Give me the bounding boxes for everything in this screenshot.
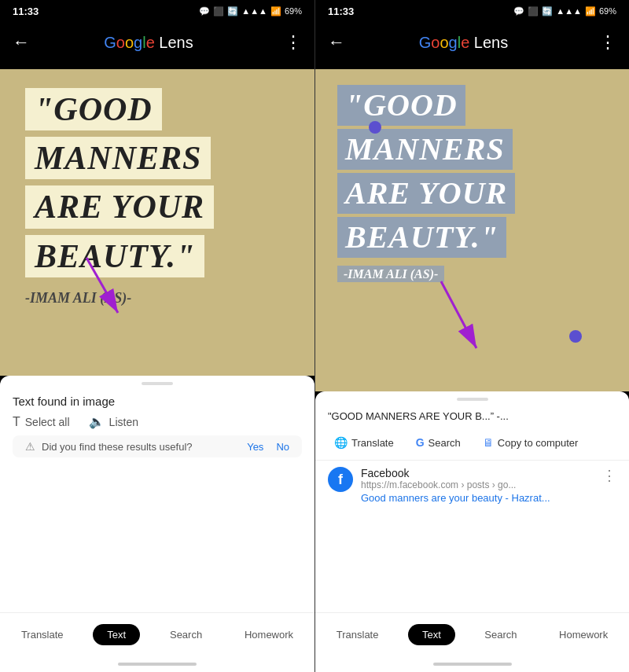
right-selected-line-2: MANNERS	[337, 129, 513, 170]
facebook-result: f Facebook https://m.facebook.com › post…	[315, 461, 629, 510]
left-home-bar	[0, 656, 314, 672]
left-status-time: 11:33	[13, 6, 39, 17]
r-battery-icon: 69%	[599, 6, 616, 16]
left-quote-line-4: BEAUTY."	[25, 235, 204, 277]
right-author-selected: -IMAM ALI (AS)-	[337, 267, 444, 281]
right-image-area: "GOOD MANNERS ARE YOUR BEAUTY." -IMAM AL…	[315, 69, 629, 391]
left-results-header: Text found in image	[0, 390, 314, 411]
left-quote-line-1: "GOOD	[25, 88, 162, 130]
left-more-button[interactable]: ⋮	[285, 32, 302, 53]
screenshot-icon: ⬛	[213, 6, 224, 17]
right-more-button[interactable]: ⋮	[599, 32, 616, 53]
left-drag-handle[interactable]	[142, 382, 173, 385]
left-quote-line-3: ARE YOUR	[25, 185, 214, 228]
facebook-snippet[interactable]: Good manners are your beauty - Hazrat...	[361, 492, 594, 504]
facebook-name: Facebook	[361, 467, 594, 479]
right-bottom-nav: Translate Text Search Homework	[315, 612, 629, 656]
left-quote-container: "GOOD MANNERS ARE YOUR BEAUTY." -IMAM AL…	[0, 69, 314, 325]
right-back-button[interactable]: ←	[328, 32, 345, 53]
search-label: Search	[429, 437, 461, 449]
facebook-more-button[interactable]: ⋮	[602, 467, 616, 484]
right-search-actions-row: 🌐 Translate G Search 🖥 Copy to computer	[315, 428, 629, 461]
right-extracted-text: "GOOD MANNERS ARE YOUR B...” -...	[315, 406, 629, 428]
translate-label: Translate	[351, 437, 394, 449]
left-nav-homework[interactable]: Homework	[232, 626, 306, 644]
right-status-bar: 11:33 💬 ⬛ 🔄 ▲▲▲ 📶 69%	[315, 0, 629, 22]
select-all-button[interactable]: T Select all	[13, 415, 70, 429]
feedback-icon: ⚠	[25, 440, 35, 453]
google-search-icon: G	[416, 436, 425, 449]
r-message-icon: 💬	[513, 6, 524, 17]
right-results-area: "GOOD MANNERS ARE YOUR B...” -... 🌐 Tran…	[315, 391, 629, 612]
wifi-icon: 📶	[270, 6, 281, 17]
left-nav-translate[interactable]: Translate	[9, 626, 76, 644]
right-quote-container: "GOOD MANNERS ARE YOUR BEAUTY." -IMAM AL…	[315, 69, 629, 297]
left-status-bar: 11:33 💬 ⬛ 🔄 ▲▲▲ 📶 69%	[0, 0, 314, 22]
select-all-label: Select all	[25, 416, 70, 428]
right-nav-homework[interactable]: Homework	[546, 626, 620, 644]
facebook-info: Facebook https://m.facebook.com › posts …	[361, 467, 594, 504]
copy-icon: 🖥	[483, 436, 494, 449]
left-status-icons: 💬 ⬛ 🔄 ▲▲▲ 📶 69%	[199, 6, 302, 17]
copy-label: Copy to computer	[498, 437, 579, 449]
r-vpn-icon: 🔄	[542, 6, 553, 17]
top-selection-handle	[369, 121, 381, 134]
translate-button[interactable]: 🌐 Translate	[325, 431, 403, 454]
right-home-bar	[315, 656, 629, 672]
left-app-bar: ← Google Lens ⋮	[0, 22, 314, 63]
facebook-url: https://m.facebook.com › posts › go...	[361, 479, 594, 490]
facebook-icon: f	[328, 467, 353, 492]
left-nav-search[interactable]: Search	[157, 626, 215, 644]
left-phone-panel: 11:33 💬 ⬛ 🔄 ▲▲▲ 📶 69% ← Google Lens ⋮ "G…	[0, 0, 314, 672]
left-feedback-row: ⚠ Did you find these results useful? Yes…	[13, 435, 302, 457]
r-signal-icon: ▲▲▲	[556, 6, 582, 16]
feedback-yes-button[interactable]: Yes	[247, 441, 263, 453]
left-bottom-nav: Translate Text Search Homework	[0, 612, 314, 656]
feedback-no-button[interactable]: No	[276, 441, 289, 453]
left-home-indicator	[118, 663, 197, 666]
battery-icon: 69%	[285, 6, 302, 16]
right-phone-panel: 11:33 💬 ⬛ 🔄 ▲▲▲ 📶 69% ← Google Lens ⋮ "G…	[314, 0, 629, 672]
signal-icon: ▲▲▲	[241, 6, 267, 16]
right-nav-translate[interactable]: Translate	[324, 626, 392, 644]
right-status-time: 11:33	[328, 6, 354, 17]
listen-button[interactable]: 🔈 Listen	[89, 414, 138, 429]
listen-icon: 🔈	[89, 414, 105, 429]
message-icon: 💬	[199, 6, 210, 17]
r-wifi-icon: 📶	[585, 6, 596, 17]
right-drag-handle[interactable]	[457, 398, 488, 401]
right-app-bar: ← Google Lens ⋮	[315, 22, 629, 63]
search-button[interactable]: G Search	[406, 431, 470, 454]
right-selected-line-1: "GOOD	[337, 85, 465, 126]
left-results-actions: T Select all 🔈 Listen	[0, 411, 314, 435]
right-selected-line-3: ARE YOUR	[337, 173, 515, 214]
right-nav-search[interactable]: Search	[472, 626, 529, 644]
left-back-button[interactable]: ←	[13, 32, 30, 53]
bottom-selection-handle	[569, 330, 582, 343]
right-selected-line-4: BEAUTY."	[337, 217, 506, 258]
left-quote-line-2: MANNERS	[25, 137, 211, 179]
left-results-area: Text found in image T Select all 🔈 Liste…	[0, 376, 314, 612]
vpn-icon: 🔄	[227, 6, 238, 17]
left-image-area: "GOOD MANNERS ARE YOUR BEAUTY." -IMAM AL…	[0, 69, 314, 376]
left-app-title: Google Lens	[42, 34, 255, 52]
translate-icon: 🌐	[334, 436, 348, 449]
left-quote-author: -IMAM ALI (AS)-	[25, 290, 131, 307]
left-nav-text[interactable]: Text	[93, 624, 140, 645]
right-status-icons: 💬 ⬛ 🔄 ▲▲▲ 📶 69%	[513, 6, 616, 17]
copy-to-computer-button[interactable]: 🖥 Copy to computer	[473, 431, 588, 454]
select-all-icon: T	[13, 415, 20, 429]
right-nav-text[interactable]: Text	[408, 624, 455, 645]
right-app-title: Google Lens	[358, 34, 569, 52]
right-home-indicator	[433, 663, 512, 666]
listen-label: Listen	[109, 416, 138, 428]
feedback-question: Did you find these results useful?	[42, 441, 241, 453]
r-screenshot-icon: ⬛	[528, 6, 539, 17]
